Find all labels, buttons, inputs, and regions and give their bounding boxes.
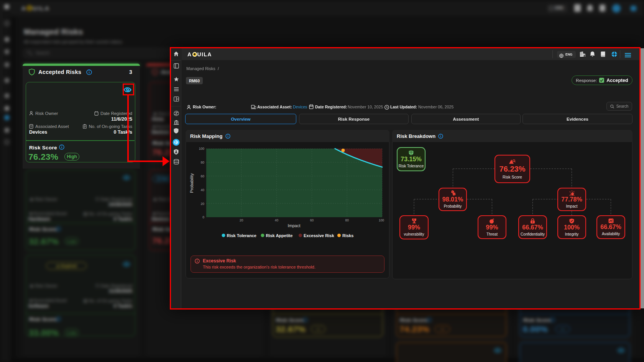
svg-text:80: 80 <box>345 218 349 222</box>
svg-text:Risks: Risks <box>342 233 353 238</box>
svg-text:60: 60 <box>201 174 205 178</box>
svg-text:80: 80 <box>201 161 205 164</box>
svg-text:0: 0 <box>202 215 204 219</box>
svg-text:Excessive Risk: Excessive Risk <box>304 233 334 238</box>
svg-text:40: 40 <box>201 188 205 192</box>
svg-text:Impact: Impact <box>288 223 300 228</box>
svg-text:40: 40 <box>275 218 279 222</box>
svg-text:20: 20 <box>240 218 243 222</box>
svg-text:Probability: Probability <box>189 173 194 193</box>
svg-text:60: 60 <box>310 218 314 222</box>
svg-text:Risk Appetite: Risk Appetite <box>266 233 293 238</box>
svg-text:Risk Tolerance: Risk Tolerance <box>227 233 256 238</box>
svg-text:100: 100 <box>379 218 384 222</box>
svg-text:100: 100 <box>199 147 204 151</box>
svg-text:20: 20 <box>201 202 205 206</box>
